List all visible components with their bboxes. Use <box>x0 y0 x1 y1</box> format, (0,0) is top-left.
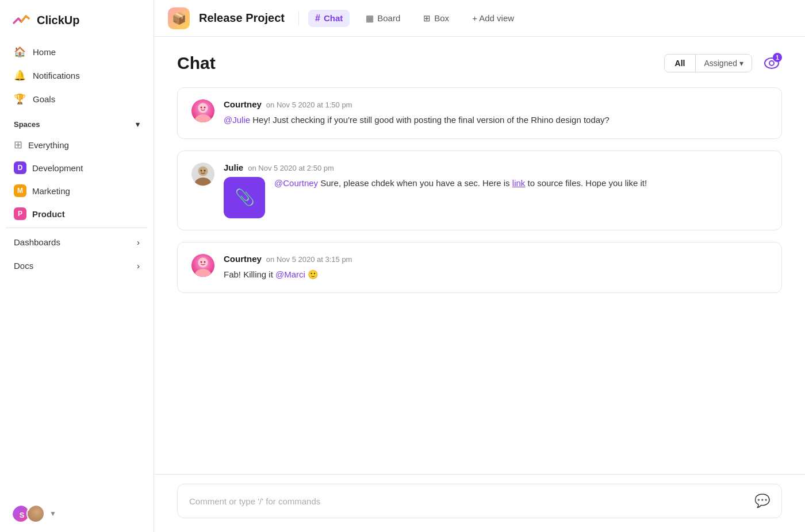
tab-box[interactable]: ⊞ Box <box>416 10 456 27</box>
message-time-2: on Nov 5 2020 at 2:50 pm <box>248 164 334 172</box>
box-icon: ⊞ <box>423 13 431 24</box>
bell-icon: 🔔 <box>14 70 26 82</box>
sidebar-item-home-label: Home <box>33 47 56 57</box>
tab-chat-label: Chat <box>324 13 343 23</box>
mention-courtney[interactable]: @Courtney <box>274 178 318 188</box>
tab-chat[interactable]: # Chat <box>308 10 350 27</box>
tab-board-label: Board <box>377 13 400 23</box>
message-meta-2: Julie on Nov 5 2020 at 2:50 pm <box>224 163 768 172</box>
clickup-logo-icon <box>12 10 31 30</box>
dashboards-label: Dashboards <box>14 237 60 247</box>
chevron-right-icon: › <box>137 237 140 247</box>
hash-icon: # <box>315 13 320 24</box>
message-card-2: Julie on Nov 5 2020 at 2:50 pm 📎 @Courtn… <box>177 151 782 230</box>
sidebar-item-development-label: Development <box>32 163 83 173</box>
sidebar-item-marketing-label: Marketing <box>32 186 70 196</box>
svg-point-16 <box>204 261 206 263</box>
courtney-avatar-1 <box>191 99 214 122</box>
user-avatars[interactable]: S <box>12 504 45 523</box>
svg-point-6 <box>204 107 206 109</box>
users-chevron-icon: ▼ <box>49 510 56 518</box>
comment-input-wrap[interactable]: Comment or type '/' for commands 💬 <box>177 484 782 518</box>
chat-header: Chat All Assigned ▾ 1 <box>177 53 782 74</box>
grid-icon: ⊞ <box>14 138 22 151</box>
sidebar-item-everything-label: Everything <box>28 140 69 150</box>
svg-point-13 <box>195 269 211 277</box>
add-view-button[interactable]: + Add view <box>465 10 521 26</box>
filter-all-button[interactable]: All <box>665 55 696 72</box>
sidebar-item-marketing[interactable]: M Marketing <box>6 179 148 202</box>
sidebar-item-development[interactable]: D Development <box>6 156 148 179</box>
sidebar-item-home[interactable]: 🏠 Home <box>6 40 148 64</box>
topbar-divider <box>298 11 299 25</box>
message-link[interactable]: link <box>512 178 526 188</box>
message-content-1: Hey! Just checking if you're still good … <box>252 115 610 125</box>
svg-point-5 <box>201 107 202 109</box>
message-content-3a: Fab! Killing it <box>224 269 275 279</box>
trophy-icon: 🏆 <box>14 93 26 105</box>
comment-box: Comment or type '/' for commands 💬 <box>154 474 805 532</box>
message-card-3: Courtney on Nov 5 2020 at 3:15 pm Fab! K… <box>177 242 782 294</box>
sidebar-item-everything[interactable]: ⊞ Everything <box>6 133 148 156</box>
courtney-avatar-img-2 <box>191 254 214 277</box>
message-time-3: on Nov 5 2020 at 3:15 pm <box>266 255 352 264</box>
product-badge: P <box>14 207 26 220</box>
development-badge: D <box>14 161 26 174</box>
svg-point-4 <box>198 103 208 113</box>
sidebar-item-dashboards[interactable]: Dashboards › <box>6 230 148 254</box>
sidebar-item-product[interactable]: P Product <box>6 202 148 225</box>
message-body-3: Courtney on Nov 5 2020 at 3:15 pm Fab! K… <box>224 254 768 282</box>
chevron-down-icon: ▾ <box>136 120 140 129</box>
message-body-1: Courtney on Nov 5 2020 at 1:50 pm @Julie… <box>224 99 768 127</box>
main-content: 📦 Release Project # Chat ▦ Board ⊞ Box +… <box>154 0 805 532</box>
mention-marci[interactable]: @Marci <box>275 269 305 279</box>
topbar: 📦 Release Project # Chat ▦ Board ⊞ Box +… <box>154 0 805 37</box>
sidebar-bottom: S ▼ <box>0 495 154 532</box>
message-emoji-3: 🙂 <box>308 269 319 279</box>
attachment-block: 📎 @Courtney Sure, please chdek when you … <box>224 177 768 218</box>
sidebar: ClickUp 🏠 Home 🔔 Notifications 🏆 Goals S… <box>0 0 154 532</box>
sidebar-nav: 🏠 Home 🔔 Notifications 🏆 Goals Spaces ▾ … <box>0 40 154 277</box>
filter-chevron-icon: ▾ <box>739 59 743 68</box>
tab-board[interactable]: ▦ Board <box>359 10 407 27</box>
spaces-section-header[interactable]: Spaces ▾ <box>6 111 148 133</box>
message-content-2a: Sure, please chdek when you have a sec. … <box>320 178 512 188</box>
messages-list: Courtney on Nov 5 2020 at 1:50 pm @Julie… <box>177 87 782 474</box>
sidebar-item-docs[interactable]: Docs › <box>6 254 148 277</box>
home-icon: 🏠 <box>14 46 26 58</box>
sidebar-item-product-label: Product <box>32 209 65 219</box>
comment-placeholder: Comment or type '/' for commands <box>189 496 320 506</box>
courtney-avatar-2 <box>191 254 214 277</box>
message-author-2: Julie <box>224 163 243 172</box>
svg-point-9 <box>198 167 208 176</box>
message-content-2b: to source files. Hope you like it! <box>527 178 647 188</box>
project-title: Release Project <box>199 11 285 25</box>
message-body-2: Julie on Nov 5 2020 at 2:50 pm 📎 @Courtn… <box>224 163 768 218</box>
courtney-avatar-img <box>191 99 214 122</box>
svg-point-1 <box>769 61 774 65</box>
logo-area[interactable]: ClickUp <box>0 0 154 40</box>
sidebar-item-notifications[interactable]: 🔔 Notifications <box>6 64 148 87</box>
marketing-badge: M <box>14 184 26 197</box>
add-view-label: + Add view <box>472 13 514 23</box>
docs-label: Docs <box>14 261 33 271</box>
svg-point-11 <box>204 169 206 171</box>
spaces-label: Spaces <box>14 120 40 129</box>
svg-point-8 <box>195 178 211 186</box>
message-text-2: @Courtney Sure, please chdek when you ha… <box>274 177 647 190</box>
julie-avatar <box>191 163 214 186</box>
chat-bubble-icon: 💬 <box>754 494 770 508</box>
board-icon: ▦ <box>366 13 374 24</box>
attachment-icon[interactable]: 📎 <box>224 177 265 218</box>
svg-point-10 <box>201 169 202 171</box>
sidebar-item-goals[interactable]: 🏆 Goals <box>6 87 148 111</box>
tab-box-label: Box <box>434 13 449 23</box>
filter-assigned-button[interactable]: Assigned ▾ <box>695 55 752 72</box>
mention-julie[interactable]: @Julie <box>224 115 250 125</box>
chat-content: Chat All Assigned ▾ 1 <box>154 37 805 474</box>
watch-button[interactable]: 1 <box>761 53 782 74</box>
message-author-1: Courtney <box>224 99 262 109</box>
watch-count-badge: 1 <box>773 53 782 62</box>
julie-avatar-img <box>191 163 214 186</box>
svg-point-14 <box>198 258 208 267</box>
